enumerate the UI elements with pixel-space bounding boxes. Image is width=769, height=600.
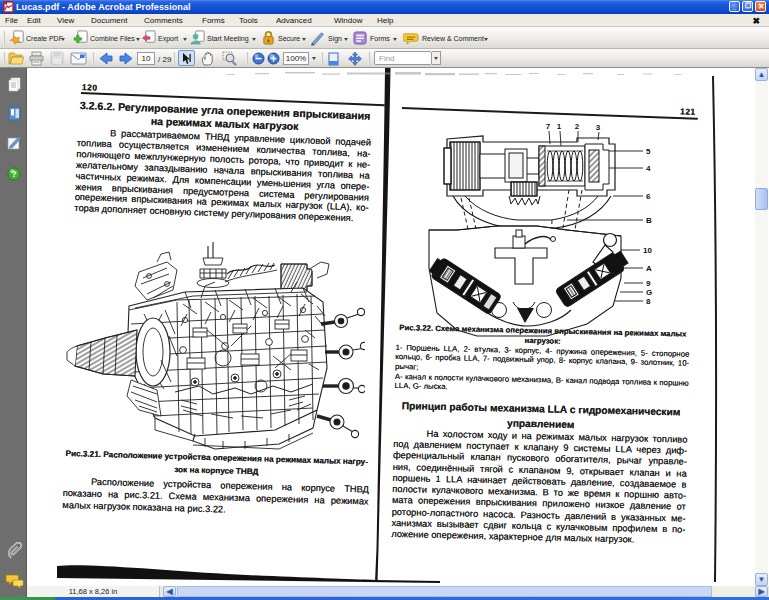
svg-text:?: ? [11, 169, 16, 179]
